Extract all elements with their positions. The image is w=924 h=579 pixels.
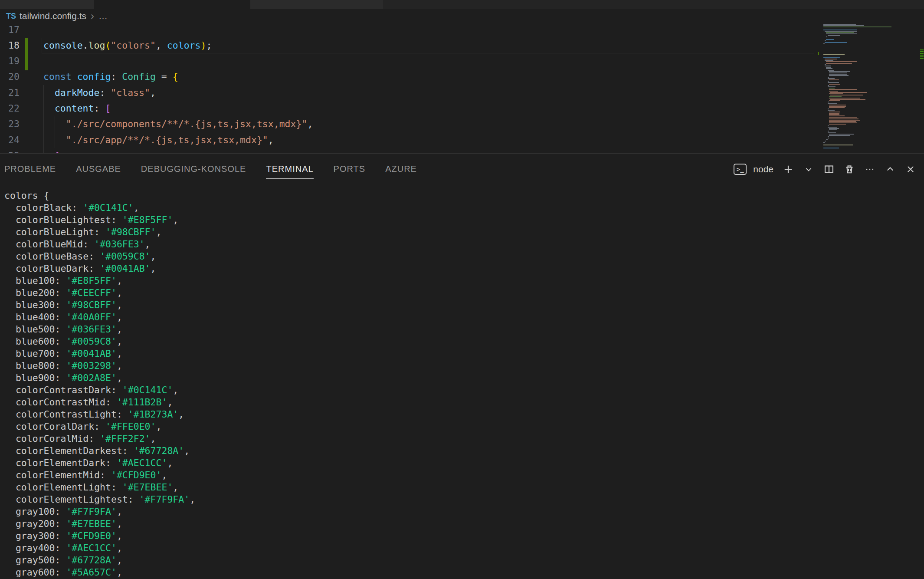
split-terminal-button[interactable] (823, 164, 835, 175)
minimap-line (828, 125, 829, 126)
terminal-line: colorBlueLight: '#98CBFF', (4, 226, 924, 238)
minimap-line (828, 127, 837, 128)
minimap-line (829, 107, 845, 108)
minimap-line (829, 75, 849, 76)
code-line: 18console.log("colors", colors); (0, 38, 818, 53)
terminal-line: colorCoralMid: '#FFF2F2', (4, 433, 924, 445)
minimap-line (826, 67, 831, 68)
terminal-line: gray100: '#F7F9FA', (4, 506, 924, 518)
minimap-line (829, 128, 839, 129)
minimap-line (823, 43, 825, 44)
minimap-line (828, 81, 829, 82)
chevron-right-icon: › (91, 12, 94, 20)
line-number: 20 (0, 69, 20, 85)
active-tab-partial[interactable] (94, 0, 250, 9)
line-number: 25 (0, 148, 20, 153)
panel-tab-terminal[interactable]: TERMINAL (266, 159, 313, 179)
panel-tab-azure[interactable]: AZURE (385, 159, 417, 179)
line-number: 23 (0, 116, 20, 132)
minimap-line (829, 134, 854, 135)
minimap-line (825, 66, 831, 66)
panel-tab-ausgabe[interactable]: AUSGABE (76, 159, 121, 179)
minimap-line (829, 89, 857, 90)
terminal-line: colorBlueBase: '#0059C8', (4, 250, 924, 263)
minimap-line (829, 84, 840, 85)
terminal-shell-label[interactable]: node (753, 164, 773, 174)
terminal-line: colorBlueLightest: '#E8F5FF', (4, 214, 924, 226)
code-line: 25 ] (0, 148, 818, 153)
minimap-line (828, 132, 836, 133)
minimap-line (828, 109, 829, 109)
terminal-line: blue600: '#0059C8', (4, 336, 924, 348)
minimap-line (826, 63, 852, 64)
minimap-line (828, 86, 836, 87)
new-terminal-button[interactable] (783, 164, 794, 175)
panel-tab-debugging-konsole[interactable]: DEBUGGING-KONSOLE (141, 159, 246, 179)
minimap[interactable] (818, 23, 920, 153)
panel-header: PROBLEMEAUSGABEDEBUGGING-KONSOLETERMINAL… (0, 154, 924, 179)
indent-guide (43, 85, 44, 153)
code-line: 22 content: [ (0, 101, 818, 116)
kill-terminal-trash-button[interactable] (844, 164, 855, 175)
code-line: 17 (0, 23, 818, 38)
minimap-line (828, 136, 829, 137)
inactive-tab-partial[interactable] (250, 0, 383, 9)
minimap-line (828, 70, 834, 71)
code-line: 21 darkMode: "class", (0, 85, 818, 101)
terminal-line: colors { (4, 190, 924, 202)
breadcrumb-symbol-path[interactable]: … (98, 11, 108, 21)
panel-tab-ports[interactable]: PORTS (334, 159, 366, 179)
terminal-line: colorElementDarkest: '#67728A', (4, 445, 924, 457)
terminal-line: gray300: '#CFD9E0', (4, 530, 924, 542)
code-text: "./src/components/**/*.{js,ts,jsx,tsx,md… (43, 116, 313, 132)
terminal-line: colorElementMid: '#CFD9E0', (4, 469, 924, 481)
line-number: 19 (0, 53, 20, 69)
minimap-line (829, 91, 838, 92)
code-editor[interactable]: 1718console.log("colors", colors);1920co… (0, 23, 924, 153)
code-text: const config: Config = { (43, 69, 178, 85)
close-panel-button[interactable] (905, 164, 916, 175)
terminal-profile-dropdown-chevron[interactable] (803, 164, 814, 175)
minimap-line (826, 39, 834, 40)
minimap-line (828, 110, 835, 111)
minimap-line (829, 113, 839, 114)
terminal-line: colorCoralDark: '#FFE0E0', (4, 421, 924, 433)
minimap-line (828, 77, 829, 78)
editor-tab-bar[interactable] (0, 0, 924, 9)
maximize-panel-chevron-up-button[interactable] (885, 164, 896, 175)
minimap-line (823, 30, 857, 30)
bottom-panel: PROBLEMEAUSGABEDEBUGGING-KONSOLETERMINAL… (0, 153, 924, 579)
terminal-line: colorElementLightest: '#F7F9FA', (4, 493, 924, 506)
breadcrumb-file-name[interactable]: tailwind.config.ts (20, 11, 86, 21)
minimap-line (829, 118, 858, 119)
panel-tab-probleme[interactable]: PROBLEME (4, 159, 56, 179)
minimap-line (825, 141, 826, 141)
minimap-line (823, 25, 864, 26)
terminal-line: colorElementLight: '#E7EBEE', (4, 481, 924, 493)
terminal-line: blue900: '#002A8E', (4, 372, 924, 384)
minimap-line (829, 120, 860, 121)
minimap-line (829, 112, 840, 112)
terminal-line: colorBlueDark: '#0041AB', (4, 263, 924, 275)
minimap-line (829, 121, 856, 122)
code-text: ] (43, 148, 60, 153)
line-number: 24 (0, 132, 20, 148)
minimap-line (828, 103, 838, 104)
inactive-tab-partial[interactable] (0, 0, 94, 9)
minimap-line (825, 64, 826, 65)
code-text: content: [ (43, 101, 111, 116)
terminal-line: colorBlack: '#0C141C', (4, 202, 924, 214)
code-text: "./src/app/**/*.{js,ts,jsx,tsx,mdx}", (43, 132, 274, 148)
terminal-icon: >_ (734, 164, 747, 175)
minimap-line (829, 74, 847, 75)
terminal-line: gray400: '#AEC1CC', (4, 542, 924, 554)
terminal-line: colorContrastDark: '#0C141C', (4, 384, 924, 396)
terminal-output[interactable]: colors { colorBlack: '#0C141C', colorBlu… (0, 190, 924, 579)
terminal-line: colorElementDark: '#AEC1CC', (4, 457, 924, 469)
minimap-line (826, 68, 832, 69)
terminal-line: blue500: '#036FE3', (4, 323, 924, 336)
code-text: console.log("colors", colors); (43, 38, 212, 53)
line-number: 17 (0, 23, 20, 38)
more-actions-ellipsis-button[interactable] (864, 164, 875, 175)
terminal-line: colorContrastMid: '#111B2B', (4, 396, 924, 408)
